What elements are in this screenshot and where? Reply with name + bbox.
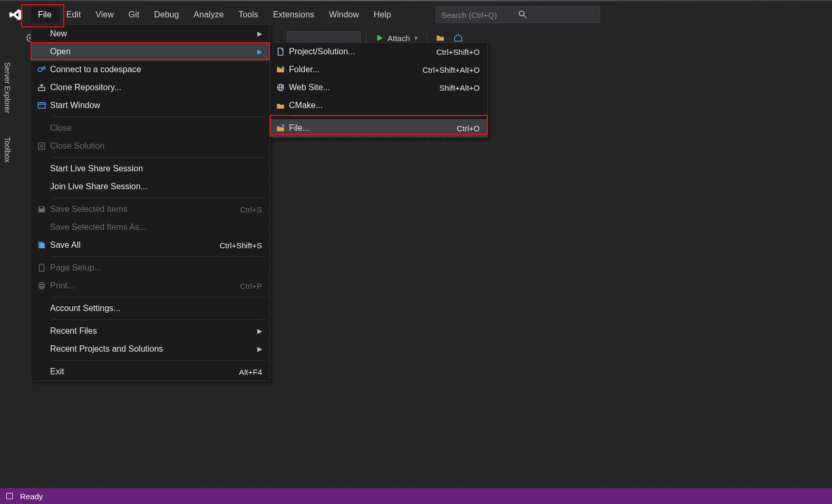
attach-button[interactable]: Attach ▼ xyxy=(372,33,422,43)
menu-separator xyxy=(52,198,265,198)
file-menu-item-account-settings[interactable]: Account Settings... xyxy=(31,299,269,317)
menu-separator xyxy=(52,360,265,361)
file-menu-item-start-window[interactable]: Start Window xyxy=(31,96,269,114)
menu-item-label: New xyxy=(50,29,255,38)
open-submenu-item-folder[interactable]: Folder...Ctrl+Shift+Alt+O xyxy=(270,61,487,79)
file-menu-item-connect-to-a-codespace[interactable]: Connect to a codespace xyxy=(31,61,269,79)
menubar-item-edit[interactable]: Edit xyxy=(59,7,89,23)
attach-label: Attach xyxy=(388,34,410,43)
open-submenu-item-web-site[interactable]: Web Site...Shift+Alt+O xyxy=(270,79,487,96)
menu-item-label: Account Settings... xyxy=(50,304,262,313)
file-menu-item-clone-repository[interactable]: Clone Repository... xyxy=(31,79,269,96)
menu-item-label: Connect to a codespace xyxy=(50,65,262,74)
chevron-down-icon: ▼ xyxy=(413,35,419,41)
open-submenu-item-file[interactable]: File...Ctrl+O xyxy=(270,119,487,137)
file-menu-item-recent-projects-and-solutions[interactable]: Recent Projects and Solutions▶ xyxy=(31,340,269,358)
save-icon xyxy=(33,205,50,214)
window-icon xyxy=(33,101,50,110)
file-menu-item-close-solution: Close Solution xyxy=(31,137,269,155)
file-menu-item-open[interactable]: Open▶ xyxy=(31,43,269,61)
visual-studio-logo-icon xyxy=(8,7,23,22)
menubar-item-debug[interactable]: Debug xyxy=(147,7,186,23)
menu-item-label: Project/Solution... xyxy=(289,47,428,56)
menu-separator xyxy=(52,319,265,320)
svg-marker-3 xyxy=(378,35,383,41)
menu-item-shortcut: Ctrl+Shift+S xyxy=(219,241,262,250)
menubar-item-help[interactable]: Help xyxy=(366,7,399,23)
menubar-item-view[interactable]: View xyxy=(88,7,121,23)
web-icon xyxy=(272,83,289,92)
window-accent-border xyxy=(0,0,832,1)
submenu-arrow-icon: ▶ xyxy=(255,30,262,37)
menubar-item-file[interactable]: File xyxy=(31,7,59,23)
svg-point-18 xyxy=(282,66,284,69)
menu-separator xyxy=(52,297,265,297)
file-menu-item-print: Print...Ctrl+P xyxy=(31,277,269,295)
menu-item-label: Clone Repository... xyxy=(50,83,262,92)
status-indicator-icon xyxy=(6,493,13,499)
menu-item-shortcut: Ctrl+P xyxy=(240,282,262,290)
menu-item-label: Exit xyxy=(50,367,230,376)
menu-item-label: Print... xyxy=(50,281,231,290)
menu-item-label: Recent Files xyxy=(50,326,255,336)
server-explorer-tab[interactable]: Server Explorer xyxy=(1,58,14,118)
submenu-arrow-icon: ▶ xyxy=(255,327,262,335)
file-menu-item-recent-files[interactable]: Recent Files▶ xyxy=(31,322,269,340)
svg-point-22 xyxy=(282,84,284,87)
file-menu-item-new[interactable]: New▶ xyxy=(31,25,269,43)
svg-point-17 xyxy=(282,48,284,51)
menu-item-label: Web Site... xyxy=(289,83,431,92)
menu-separator xyxy=(52,157,265,158)
open-submenu-item-project-solution[interactable]: Project/Solution...Ctrl+Shift+O xyxy=(270,43,487,61)
cmake-icon xyxy=(272,101,289,110)
menu-item-shortcut: Alt+F4 xyxy=(239,367,262,376)
menu-item-label: Start Window xyxy=(50,101,262,110)
file-open-icon xyxy=(272,123,289,133)
menu-item-label: Recent Projects and Solutions xyxy=(50,344,255,354)
menu-item-shortcut: Ctrl+Shift+Alt+O xyxy=(422,65,480,74)
svg-rect-13 xyxy=(40,207,43,209)
menubar-item-git[interactable]: Git xyxy=(121,7,147,23)
toolbox-tab[interactable]: Toolbox xyxy=(1,133,14,167)
status-text: Ready xyxy=(20,492,43,501)
menu-item-label: Close Solution xyxy=(50,141,262,151)
svg-rect-8 xyxy=(38,103,45,109)
menu-separator xyxy=(52,256,265,257)
menubar-item-tools[interactable]: Tools xyxy=(231,7,265,23)
open-submenu-dropdown: Project/Solution...Ctrl+Shift+OFolder...… xyxy=(269,42,488,138)
menu-item-shortcut: Ctrl+O xyxy=(457,124,480,133)
menu-item-shortcut: Shift+Alt+O xyxy=(439,83,480,92)
menu-separator xyxy=(291,117,483,117)
menu-item-label: File... xyxy=(289,123,448,133)
proj-icon xyxy=(272,47,289,56)
menu-item-label: Join Live Share Session... xyxy=(50,182,262,191)
menu-item-label: Save All xyxy=(50,240,211,250)
svg-rect-15 xyxy=(40,283,43,285)
svg-point-0 xyxy=(519,11,524,16)
svg-rect-7 xyxy=(38,88,45,91)
menubar-item-window[interactable]: Window xyxy=(322,7,366,23)
file-menu-item-close: Close xyxy=(31,119,269,137)
file-menu-item-exit[interactable]: ExitAlt+F4 xyxy=(31,363,269,381)
clone-icon xyxy=(33,83,50,92)
menu-item-label: Save Selected Items xyxy=(50,205,231,214)
connect-icon xyxy=(33,65,50,74)
menubar-item-analyze[interactable]: Analyze xyxy=(186,7,231,23)
file-menu-item-start-live-share-session[interactable]: Start Live Share Session xyxy=(31,160,269,178)
menu-item-label: Open xyxy=(50,47,255,56)
search-box[interactable]: Search (Ctrl+Q) xyxy=(436,6,600,23)
menubar-item-extensions[interactable]: Extensions xyxy=(266,7,322,23)
menu-item-shortcut: Ctrl+S xyxy=(240,205,262,214)
status-bar: Ready xyxy=(0,488,832,504)
svg-line-1 xyxy=(524,15,526,18)
menu-item-label: Save Selected Items As... xyxy=(50,222,262,232)
search-icon xyxy=(518,9,594,21)
menu-item-label: Close xyxy=(50,123,262,133)
file-menu-item-save-all[interactable]: Save AllCtrl+Shift+S xyxy=(31,236,269,254)
file-menu-item-join-live-share-session[interactable]: Join Live Share Session... xyxy=(31,178,269,196)
menu-item-label: Page Setup... xyxy=(50,263,262,273)
page-icon xyxy=(33,263,50,273)
open-submenu-item-cmake[interactable]: CMake... xyxy=(270,96,487,114)
menu-item-label: Start Live Share Session xyxy=(50,164,262,173)
svg-point-4 xyxy=(38,67,42,72)
